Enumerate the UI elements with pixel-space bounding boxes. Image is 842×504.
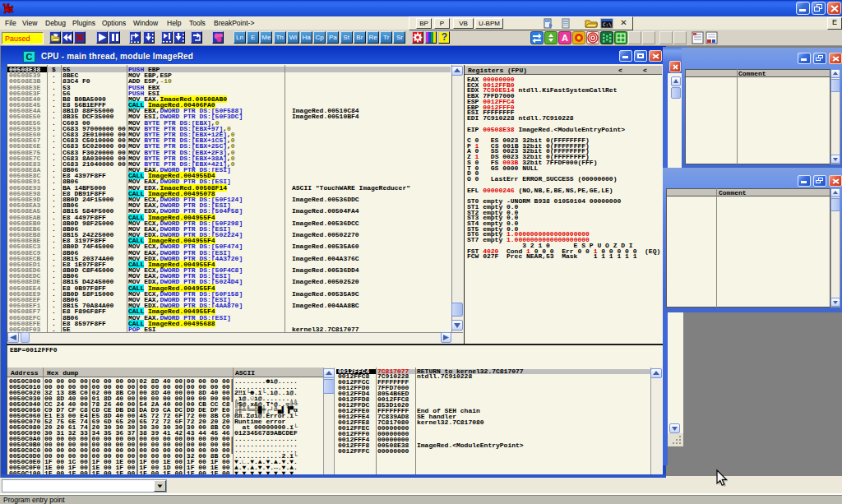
svg-text:C:\: C:\: [603, 21, 612, 27]
svg-text:A: A: [562, 33, 568, 43]
